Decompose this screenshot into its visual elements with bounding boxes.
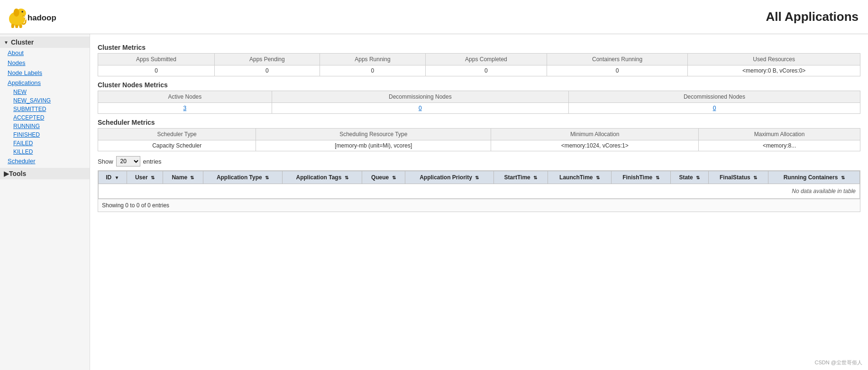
sidebar-item-submitted[interactable]: SUBMITTED (0, 105, 90, 113)
sort-name-icon: ⇅ (190, 175, 194, 180)
entries-select[interactable]: 10 20 50 100 (116, 156, 140, 166)
col-scheduler-type: Scheduler Type (98, 129, 256, 140)
col-minimum-allocation: Minimum Allocation (491, 129, 699, 140)
show-label: Show (98, 158, 113, 165)
watermark: CSDN @尘世哥俗人 (815, 359, 862, 366)
sidebar-item-accepted[interactable]: ACCEPTED (0, 113, 90, 122)
sidebar-item-failed[interactable]: FAILED (0, 139, 90, 148)
val-containers-running: 0 (547, 65, 688, 76)
sidebar-item-applications[interactable]: Applications (0, 78, 90, 88)
svg-text:hadoop: hadoop (27, 13, 56, 22)
scheduler-metrics-table: Scheduler Type Scheduling Resource Type … (98, 128, 860, 151)
col-apps-running: Apps Running (320, 54, 425, 65)
cluster-arrow-icon: ▼ (4, 40, 9, 45)
val-minimum-allocation: <memory:1024, vCores:1> (491, 140, 699, 151)
sidebar-item-new-saving[interactable]: NEW_SAVING (0, 96, 90, 105)
col-apps-completed: Apps Completed (426, 54, 547, 65)
sort-queue-icon: ⇅ (392, 175, 396, 180)
sidebar-item-new[interactable]: NEW (0, 88, 90, 96)
val-apps-pending: 0 (214, 65, 320, 76)
svg-point-3 (21, 11, 23, 13)
col-apps-submitted: Apps Submitted (98, 54, 215, 65)
col-launch-time[interactable]: LaunchTime ⇅ (548, 171, 611, 184)
col-application-tags[interactable]: Application Tags ⇅ (283, 171, 362, 184)
sidebar-item-nodes[interactable]: Nodes (0, 58, 90, 68)
svg-rect-4 (11, 24, 14, 28)
col-user[interactable]: User ⇅ (127, 171, 163, 184)
col-decommissioning-nodes: Decommissioning Nodes (272, 91, 568, 103)
hadoop-logo: hadoop (5, 4, 62, 30)
col-final-status[interactable]: FinalStatus ⇅ (708, 171, 768, 184)
col-used-resources: Used Resources (688, 54, 860, 65)
val-apps-completed: 0 (426, 65, 547, 76)
sidebar-item-running[interactable]: RUNNING (0, 122, 90, 130)
no-data-row: No data available in table (99, 184, 860, 199)
col-application-priority-label: Application Priority (420, 174, 472, 181)
sidebar-item-killed[interactable]: KILLED (0, 148, 90, 156)
sidebar-item-scheduler[interactable]: Scheduler (0, 156, 90, 166)
sort-finishtime-icon: ⇅ (656, 175, 659, 180)
scheduler-metrics-title: Scheduler Metrics (98, 119, 860, 126)
sort-id-icon: ▼ (115, 175, 119, 180)
col-containers-running: Containers Running (547, 54, 688, 65)
col-queue-label: Queue (371, 174, 389, 181)
val-active-nodes[interactable]: 3 (98, 103, 272, 114)
col-decommissioned-nodes: Decommissioned Nodes (568, 91, 860, 103)
showing-text: Showing 0 to 0 of 0 entries (98, 199, 860, 212)
col-user-label: User (135, 174, 148, 181)
svg-rect-5 (15, 25, 18, 28)
col-maximum-allocation: Maximum Allocation (699, 129, 860, 140)
tools-label: Tools (9, 170, 26, 177)
col-apps-pending: Apps Pending (214, 54, 320, 65)
val-used-resources: <memory:0 B, vCores:0> (688, 65, 860, 76)
entries-label: entries (143, 158, 162, 165)
col-application-type[interactable]: Application Type ⇅ (203, 171, 283, 184)
cluster-metrics-table: Apps Submitted Apps Pending Apps Running… (98, 53, 860, 76)
cluster-nodes-metrics-title: Cluster Nodes Metrics (98, 81, 860, 89)
tools-arrow-icon: ▶ (4, 170, 9, 177)
val-scheduler-type: Capacity Scheduler (98, 140, 256, 151)
sort-containers-icon: ⇅ (841, 175, 845, 180)
cluster-label: Cluster (11, 38, 34, 46)
sort-launchtime-icon: ⇅ (596, 175, 600, 180)
val-decommissioning-nodes[interactable]: 0 (272, 103, 568, 114)
val-apps-submitted: 0 (98, 65, 215, 76)
apps-table: ID ▼ User ⇅ Name ⇅ Application Type (98, 171, 860, 199)
col-running-containers[interactable]: Running Containers ⇅ (768, 171, 860, 184)
logo-area: hadoop (5, 4, 62, 30)
col-queue[interactable]: Queue ⇅ (362, 171, 405, 184)
sort-priority-icon: ⇅ (475, 175, 479, 180)
svg-rect-6 (19, 25, 22, 28)
tools-header[interactable]: ▶ Tools (0, 168, 90, 179)
col-application-priority[interactable]: Application Priority ⇅ (405, 171, 493, 184)
col-name[interactable]: Name ⇅ (163, 171, 203, 184)
col-state-label: State (679, 174, 693, 181)
col-finish-time[interactable]: FinishTime ⇅ (612, 171, 671, 184)
cluster-metrics-title: Cluster Metrics (98, 44, 860, 51)
val-decommissioned-nodes[interactable]: 0 (568, 103, 860, 114)
show-entries-control: Show 10 20 50 100 entries (98, 156, 860, 166)
col-id[interactable]: ID ▼ (99, 171, 127, 184)
col-state[interactable]: State ⇅ (670, 171, 708, 184)
col-application-tags-label: Application Tags (296, 174, 342, 181)
col-final-status-label: FinalStatus (720, 174, 750, 181)
val-scheduling-resource-type: [memory-mb (unit=Mi), vcores] (256, 140, 491, 151)
col-running-containers-label: Running Containers (784, 174, 838, 181)
page-title: All Applications (766, 9, 859, 24)
sidebar-item-about[interactable]: About (0, 48, 90, 58)
col-start-time-label: StartTime (504, 174, 530, 181)
sort-tags-icon: ⇅ (345, 175, 348, 180)
main-layout: ▼ Cluster About Nodes Node Labels Applic… (0, 34, 868, 370)
sidebar-item-node-labels[interactable]: Node Labels (0, 68, 90, 78)
sort-user-icon: ⇅ (151, 175, 155, 180)
sidebar-item-finished[interactable]: FINISHED (0, 130, 90, 139)
col-scheduling-resource-type: Scheduling Resource Type (256, 129, 491, 140)
col-start-time[interactable]: StartTime ⇅ (493, 171, 548, 184)
col-name-label: Name (172, 174, 187, 181)
cluster-header[interactable]: ▼ Cluster (0, 37, 90, 48)
cluster-nodes-table: Active Nodes Decommissioning Nodes Decom… (98, 91, 860, 114)
val-maximum-allocation: <memory:8... (699, 140, 860, 151)
col-finish-time-label: FinishTime (622, 174, 652, 181)
col-launch-time-label: LaunchTime (559, 174, 593, 181)
col-active-nodes: Active Nodes (98, 91, 272, 103)
